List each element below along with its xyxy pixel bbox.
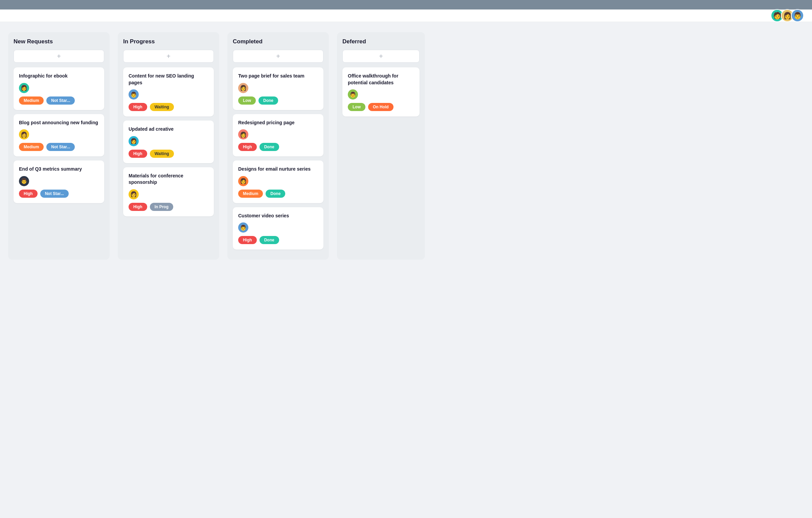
card-card-2[interactable]: Blog post announcing new funding👩MediumN…: [14, 114, 104, 157]
status-badge: Done: [258, 96, 278, 105]
card-card-5[interactable]: Updated ad creative👩HighWaiting: [123, 121, 214, 163]
card-badges: MediumNot Star...: [19, 96, 99, 105]
card-title: End of Q3 metrics summary: [19, 166, 99, 173]
column-new-requests: New Requests+Infographic for ebook👩Mediu…: [8, 32, 110, 260]
avatar-3[interactable]: 👨: [791, 9, 804, 22]
priority-badge: High: [129, 203, 147, 211]
card-avatar: 👩: [129, 136, 139, 146]
card-avatar: 👨: [129, 89, 139, 100]
card-card-1[interactable]: Infographic for ebook👩MediumNot Star...: [14, 67, 104, 110]
card-badges: MediumNot Star...: [19, 143, 99, 151]
board: New Requests+Infographic for ebook👩Mediu…: [0, 22, 812, 270]
status-badge: Done: [260, 236, 279, 244]
priority-badge: High: [129, 150, 147, 158]
card-title: Updated ad creative: [129, 126, 208, 133]
card-avatar: 👩: [238, 129, 248, 139]
priority-badge: Medium: [19, 143, 44, 151]
priority-badge: Low: [348, 103, 365, 111]
status-badge: Not Star...: [46, 143, 75, 151]
priority-badge: High: [19, 190, 38, 198]
card-badges: MediumDone: [238, 190, 318, 198]
column-deferred: Deferred+Office walkthrough for potentia…: [337, 32, 425, 260]
card-badges: HighIn Prog: [129, 203, 208, 211]
status-badge: On Hold: [368, 103, 393, 111]
card-card-7[interactable]: Two page brief for sales team👩LowDone: [233, 67, 323, 110]
add-card-button-completed[interactable]: +: [233, 50, 323, 63]
card-badges: LowDone: [238, 96, 318, 105]
card-avatar: 👨: [238, 222, 248, 233]
priority-badge: Medium: [19, 96, 44, 105]
status-badge: Waiting: [150, 150, 174, 158]
card-avatar: 👨: [348, 89, 358, 100]
card-title: Designs for email nurture series: [238, 166, 318, 173]
status-badge: In Prog: [150, 203, 173, 211]
card-title: Infographic for ebook: [19, 73, 99, 80]
card-title: Two page brief for sales team: [238, 73, 318, 80]
status-badge: Waiting: [150, 103, 174, 111]
top-bar: [0, 0, 812, 9]
column-header-in-progress: In Progress: [123, 38, 214, 45]
card-title: Office walkthrough for potential candida…: [348, 73, 414, 86]
card-card-3[interactable]: End of Q3 metrics summary👨HighNot Star..…: [14, 160, 104, 203]
card-card-10[interactable]: Customer video series👨HighDone: [233, 207, 323, 250]
column-header-deferred: Deferred: [342, 38, 420, 45]
card-title: Redesigned pricing page: [238, 120, 318, 126]
card-badges: LowOn Hold: [348, 103, 414, 111]
card-card-9[interactable]: Designs for email nurture series👩MediumD…: [233, 160, 323, 203]
priority-badge: High: [238, 236, 257, 244]
add-card-button-deferred[interactable]: +: [342, 50, 420, 63]
add-card-button-in-progress[interactable]: +: [123, 50, 214, 63]
card-badges: HighWaiting: [129, 150, 208, 158]
status-badge: Not Star...: [40, 190, 69, 198]
status-badge: Not Star...: [46, 96, 75, 105]
header: 🧑 👩 👨: [0, 9, 812, 22]
card-badges: HighNot Star...: [19, 190, 99, 198]
card-title: Blog post announcing new funding: [19, 120, 99, 126]
card-card-6[interactable]: Materials for conference sponsorship👩Hig…: [123, 167, 214, 216]
card-title: Content for new SEO landing pages: [129, 73, 208, 86]
card-avatar: 👩: [238, 176, 248, 186]
card-badges: HighDone: [238, 143, 318, 151]
card-avatar: 👩: [238, 83, 248, 93]
card-badges: HighWaiting: [129, 103, 208, 111]
column-completed: Completed+Two page brief for sales team👩…: [227, 32, 329, 260]
column-header-new-requests: New Requests: [14, 38, 104, 45]
avatar-group: 🧑 👩 👨: [771, 9, 804, 22]
card-title: Materials for conference sponsorship: [129, 173, 208, 186]
card-card-4[interactable]: Content for new SEO landing pages👨HighWa…: [123, 67, 214, 116]
card-avatar: 👩: [19, 83, 29, 93]
card-card-8[interactable]: Redesigned pricing page👩HighDone: [233, 114, 323, 157]
card-avatar: 👨: [19, 176, 29, 186]
status-badge: Done: [266, 190, 285, 198]
card-card-11[interactable]: Office walkthrough for potential candida…: [342, 67, 420, 116]
card-title: Customer video series: [238, 213, 318, 219]
priority-badge: High: [238, 143, 257, 151]
column-header-completed: Completed: [233, 38, 323, 45]
card-avatar: 👩: [19, 129, 29, 139]
priority-badge: Low: [238, 96, 256, 105]
priority-badge: High: [129, 103, 147, 111]
column-in-progress: In Progress+Content for new SEO landing …: [118, 32, 219, 260]
card-badges: HighDone: [238, 236, 318, 244]
add-card-button-new-requests[interactable]: +: [14, 50, 104, 63]
priority-badge: Medium: [238, 190, 263, 198]
status-badge: Done: [260, 143, 279, 151]
card-avatar: 👩: [129, 189, 139, 199]
